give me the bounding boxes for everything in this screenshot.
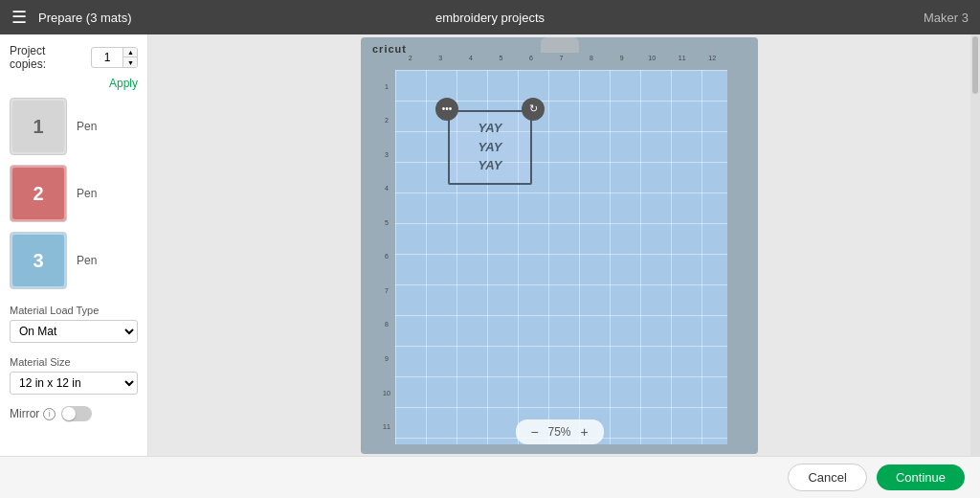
- design-element: ••• ↻ YAY YAY YAY: [448, 110, 532, 185]
- ruler-right: [727, 70, 741, 444]
- copies-input[interactable]: 1: [92, 49, 122, 66]
- design-box: YAY YAY YAY: [448, 110, 532, 185]
- copies-up-arrow[interactable]: ▲: [122, 48, 138, 57]
- zoom-bar: − 75% +: [515, 419, 603, 444]
- design-rotate-handle[interactable]: ↻: [522, 98, 545, 121]
- cricut-logo: cricut: [372, 43, 407, 55]
- mat-label-1: Pen: [77, 120, 97, 133]
- cancel-button[interactable]: Cancel: [788, 464, 866, 491]
- rotate-icon: ↻: [529, 102, 538, 115]
- mat-item-1[interactable]: 1 Pen: [10, 98, 138, 155]
- topbar-title: Prepare (3 mats): [38, 11, 132, 25]
- mat-item-2[interactable]: 2 Pen: [10, 165, 138, 222]
- mat-notch: [541, 37, 579, 53]
- cutting-mat-container: cricut 2 3 4 5 6 7 8 9: [361, 37, 758, 454]
- mat-label-2: Pen: [77, 187, 97, 200]
- topbar-center-title: embroidery projects: [435, 11, 545, 25]
- material-size-select[interactable]: 12 in x 12 in 12 in x 24 in: [10, 372, 138, 395]
- mat-item-3[interactable]: 3 Pen: [10, 232, 138, 289]
- mirror-label: Mirror i: [10, 407, 56, 420]
- zoom-out-button[interactable]: −: [524, 422, 544, 441]
- canvas-area: cricut 2 3 4 5 6 7 8 9: [148, 34, 970, 456]
- zoom-value: 75%: [547, 425, 570, 439]
- material-size-label: Material Size: [10, 356, 138, 368]
- mat-thumbnail-3: 3: [10, 232, 67, 289]
- scroll-thumb: [972, 36, 978, 94]
- menu-icon[interactable]: ☰: [11, 7, 27, 28]
- mat-label-3: Pen: [77, 254, 97, 267]
- move-icon: •••: [442, 103, 453, 114]
- material-load-select[interactable]: On Mat Without Mat: [10, 320, 138, 343]
- mirror-row: Mirror i: [10, 406, 138, 421]
- ruler-top: 2 3 4 5 6 7 8 9 10 11 12: [378, 55, 741, 70]
- continue-button[interactable]: Continue: [877, 464, 965, 490]
- svg-rect-1: [395, 70, 727, 444]
- zoom-in-button[interactable]: +: [575, 422, 594, 441]
- yay-text: YAY YAY YAY: [479, 119, 502, 175]
- grid-svg: [395, 70, 727, 444]
- design-move-handle[interactable]: •••: [435, 98, 458, 121]
- left-panel: Project copies: 1 ▲ ▼ Apply 1 Pen 2 Pen: [0, 34, 148, 456]
- mat-outer: 2 3 4 5 6 7 8 9 10 11 12: [361, 37, 758, 454]
- mirror-toggle[interactable]: [61, 406, 92, 421]
- mat-surface: ••• ↻ YAY YAY YAY: [395, 70, 727, 444]
- copies-down-arrow[interactable]: ▼: [122, 57, 138, 67]
- apply-button[interactable]: Apply: [10, 77, 138, 90]
- bottom-bar: Cancel Continue: [0, 456, 980, 498]
- ruler-left: 1 2 3 4 5 6 7 8 9 10 11: [378, 70, 395, 444]
- mat-thumbnail-2: 2: [10, 165, 67, 222]
- topbar-maker-label: Maker 3: [924, 11, 969, 25]
- copies-label: Project copies:: [10, 44, 83, 71]
- material-load-label: Material Load Type: [10, 305, 138, 316]
- mirror-info-icon[interactable]: i: [43, 408, 56, 420]
- mirror-toggle-knob: [62, 407, 76, 420]
- right-scrollbar[interactable]: [970, 34, 980, 456]
- copies-input-wrap: 1 ▲ ▼: [91, 47, 138, 68]
- mat-thumbnail-1: 1: [10, 98, 67, 155]
